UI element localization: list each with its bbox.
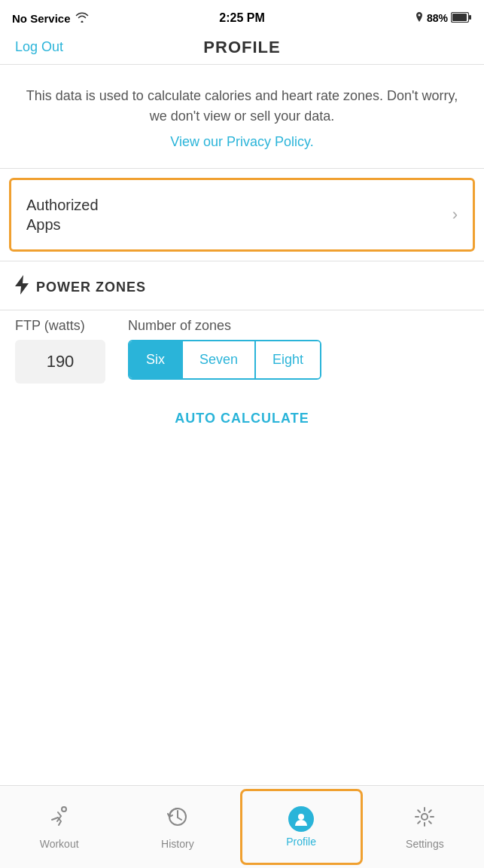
history-label: History — [161, 838, 194, 850]
location-icon — [415, 12, 424, 25]
wifi-icon — [75, 12, 89, 25]
divider-1 — [0, 168, 484, 169]
tab-workout[interactable]: Workout — [0, 786, 118, 868]
svg-point-7 — [422, 814, 428, 820]
workout-label: Workout — [40, 838, 79, 850]
svg-marker-3 — [15, 275, 29, 295]
ftp-section: FTP (watts) 190 — [15, 318, 105, 384]
status-right: 88% — [415, 12, 472, 25]
power-zones-header: POWER ZONES — [0, 261, 484, 310]
status-bar: No Service 2:25 PM 88% — [0, 0, 484, 33]
status-time: 2:25 PM — [219, 11, 264, 25]
logout-button[interactable]: Log Out — [15, 39, 63, 55]
zone-eight-button[interactable]: Eight — [254, 341, 320, 378]
content: This data is used to calculate calories … — [0, 65, 484, 785]
description-section: This data is used to calculate calories … — [0, 65, 484, 168]
svg-rect-1 — [469, 15, 471, 20]
bolt-icon — [15, 275, 29, 299]
auto-calculate-section: AUTO CALCULATE — [0, 399, 484, 449]
battery-percent: 88% — [427, 12, 448, 24]
authorized-apps-row[interactable]: Authorized Apps › — [9, 178, 475, 252]
zones-label: Number of zones — [128, 318, 321, 334]
svg-rect-2 — [452, 14, 467, 21]
chevron-right-icon: › — [452, 205, 458, 225]
battery-icon — [451, 12, 472, 25]
page-title: PROFILE — [203, 38, 280, 57]
zones-section: Number of zones Six Seven Eight — [128, 318, 321, 380]
authorized-apps-label: Authorized Apps — [26, 195, 99, 234]
tab-profile[interactable]: Profile — [240, 789, 363, 865]
svg-point-6 — [298, 814, 304, 820]
ftp-value[interactable]: 190 — [15, 340, 105, 384]
tab-settings[interactable]: Settings — [366, 786, 484, 868]
zone-seven-button[interactable]: Seven — [181, 341, 254, 378]
ftp-label: FTP (watts) — [15, 318, 105, 334]
description-text: This data is used to calculate calories … — [23, 86, 461, 127]
header: Log Out PROFILE — [0, 33, 484, 65]
profile-label: Profile — [286, 836, 316, 848]
power-zones-title: POWER ZONES — [36, 280, 146, 295]
zone-six-button[interactable]: Six — [129, 341, 181, 378]
carrier-text: No Service — [12, 12, 71, 25]
tab-history[interactable]: History — [118, 786, 236, 868]
zones-buttons: Six Seven Eight — [128, 340, 321, 380]
ftp-zones-row: FTP (watts) 190 Number of zones Six Seve… — [0, 310, 484, 399]
tab-bar: Workout History Profile — [0, 785, 484, 868]
settings-icon — [412, 805, 437, 834]
workout-icon — [47, 805, 72, 834]
history-icon — [166, 805, 190, 834]
profile-icon — [288, 806, 314, 832]
status-left: No Service — [12, 12, 89, 25]
privacy-policy-link[interactable]: View our Privacy Policy. — [170, 134, 313, 149]
auto-calculate-button[interactable]: AUTO CALCULATE — [175, 411, 309, 426]
svg-point-4 — [62, 807, 66, 811]
settings-label: Settings — [406, 838, 444, 850]
